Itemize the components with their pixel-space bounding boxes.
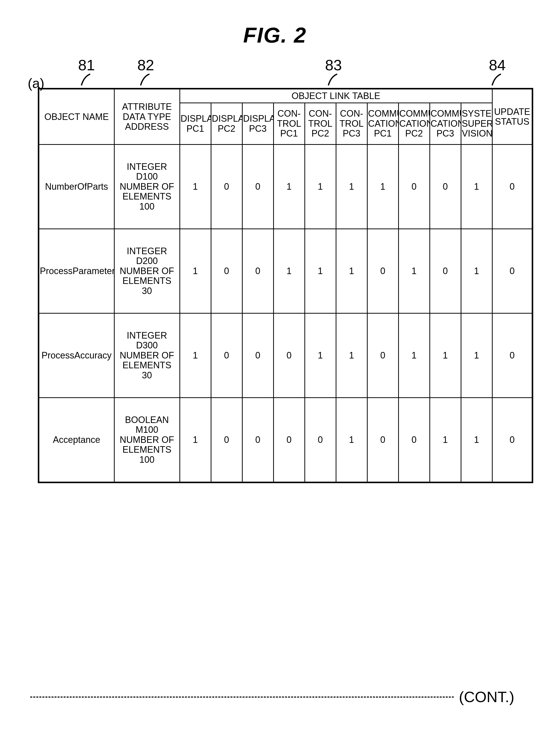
link-cell: 1: [367, 144, 398, 229]
table-body: NumberOfPartsINTEGERD100NUMBER OFELEMENT…: [39, 144, 532, 482]
link-cell: 0: [211, 229, 242, 313]
update-status-cell: 0: [492, 313, 532, 398]
link-cell: 1: [180, 144, 211, 229]
table-row: ProcessAccuracyINTEGERD300NUMBER OFELEME…: [39, 313, 532, 398]
link-cell: 0: [242, 313, 273, 398]
header-link-5: CON-TROLPC3: [336, 103, 367, 144]
table-row: ProcessParameterINTEGERD200NUMBER OFELEM…: [39, 229, 532, 313]
link-cell: 1: [305, 229, 336, 313]
link-cell: 0: [430, 144, 461, 229]
link-cell: 1: [273, 229, 305, 313]
subfigure-label: (a): [28, 75, 44, 91]
callout-81: 81: [78, 58, 95, 87]
attribute-cell: INTEGERD300NUMBER OFELEMENTS30: [114, 313, 180, 398]
header-link-6: COMMUNI-CATIONPC1: [367, 103, 398, 144]
header-link-4: CON-TROLPC2: [305, 103, 336, 144]
link-cell: 0: [273, 313, 305, 398]
header-object-name: OBJECT NAME: [39, 89, 114, 144]
figure-title: FIG. 2: [38, 23, 512, 48]
link-cell: 1: [336, 313, 367, 398]
link-cell: 1: [430, 398, 461, 482]
link-cell: 1: [180, 398, 211, 482]
update-status-cell: 0: [492, 144, 532, 229]
update-status-cell: 0: [492, 229, 532, 313]
header-link-8: COMMUNI-CATIONPC3: [430, 103, 461, 144]
object-name-cell: ProcessAccuracy: [39, 313, 114, 398]
link-cell: 1: [180, 229, 211, 313]
callout-82: 82: [137, 58, 154, 87]
callout-82-text: 82: [137, 58, 154, 73]
attribute-cell: INTEGERD100NUMBER OFELEMENTS100: [114, 144, 180, 229]
object-name-cell: ProcessParameter: [39, 229, 114, 313]
table-row: AcceptanceBOOLEANM100NUMBER OFELEMENTS10…: [39, 398, 532, 482]
link-cell: 1: [461, 229, 492, 313]
link-cell: 0: [305, 398, 336, 482]
dash-line: [30, 696, 454, 697]
continuation-block: (CONT.): [30, 688, 514, 706]
callout-84-text: 84: [489, 58, 506, 73]
callout-84: 84: [489, 58, 506, 87]
link-cell: 0: [242, 398, 273, 482]
link-cell: 1: [336, 398, 367, 482]
link-cell: 1: [180, 313, 211, 398]
link-cell: 1: [336, 144, 367, 229]
link-cell: 0: [398, 398, 430, 482]
attribute-cell: BOOLEANM100NUMBER OFELEMENTS100: [114, 398, 180, 482]
continuation-text: (CONT.): [459, 688, 514, 706]
link-cell: 1: [461, 144, 492, 229]
link-cell: 1: [398, 313, 430, 398]
link-cell: 0: [211, 398, 242, 482]
callout-83-text: 83: [325, 58, 342, 73]
link-cell: 0: [430, 229, 461, 313]
link-cell: 0: [273, 398, 305, 482]
link-cell: 0: [242, 229, 273, 313]
update-status-cell: 0: [492, 398, 532, 482]
callout-83: 83: [325, 58, 342, 87]
object-name-cell: Acceptance: [39, 398, 114, 482]
object-name-cell: NumberOfParts: [39, 144, 114, 229]
header-link-2: DISPLAYPC3: [242, 103, 273, 144]
callout-81-text: 81: [78, 58, 95, 73]
link-cell: 0: [398, 144, 430, 229]
header-link-9: SYSTEMSUPER-VISION: [461, 103, 492, 144]
link-cell: 0: [367, 229, 398, 313]
header-link-1: DISPLAYPC2: [211, 103, 242, 144]
table-row: NumberOfPartsINTEGERD100NUMBER OFELEMENT…: [39, 144, 532, 229]
link-cell: 1: [336, 229, 367, 313]
link-cell: 1: [461, 313, 492, 398]
link-cell: 0: [367, 398, 398, 482]
link-cell: 0: [367, 313, 398, 398]
attribute-cell: INTEGERD200NUMBER OFELEMENTS30: [114, 229, 180, 313]
link-cell: 1: [305, 144, 336, 229]
header-link-0: DISPLAYPC1: [180, 103, 211, 144]
link-cell: 1: [398, 229, 430, 313]
object-table: OBJECT NAME ATTRIBUTEDATA TYPEADDRESS OB…: [38, 88, 533, 483]
link-cell: 1: [305, 313, 336, 398]
link-cell: 1: [273, 144, 305, 229]
link-cell: 1: [461, 398, 492, 482]
header-object-link-table: OBJECT LINK TABLE: [180, 89, 492, 103]
link-cell: 1: [430, 313, 461, 398]
link-cell: 0: [242, 144, 273, 229]
header-link-7: COMMUNI-CATIONPC2: [398, 103, 430, 144]
callout-row: (a) 81 82 83 84: [28, 58, 512, 88]
header-update-status: UPDATESTATUS: [492, 89, 532, 144]
link-cell: 0: [211, 313, 242, 398]
header-link-3: CON-TROLPC1: [273, 103, 305, 144]
link-cell: 0: [211, 144, 242, 229]
header-attribute: ATTRIBUTEDATA TYPEADDRESS: [114, 89, 180, 144]
